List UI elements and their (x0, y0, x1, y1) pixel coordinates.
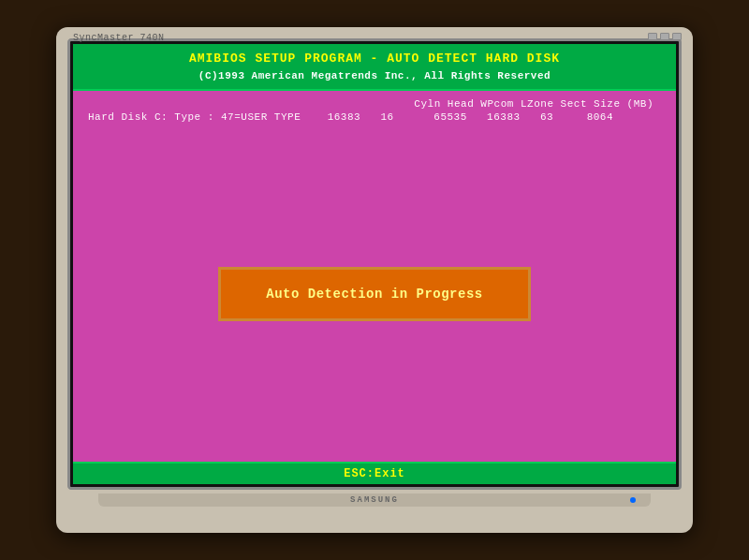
bios-copyright: (C)1993 American Megatrends Inc., All Ri… (77, 68, 672, 84)
column-headers: Cyln Head WPcom LZone Sect Size (MB) (88, 98, 661, 110)
main-content: Cyln Head WPcom LZone Sect Size (MB) Har… (73, 91, 676, 462)
monitor: SyncMaster 740N AMIBIOS SETUP PROGRAM - … (56, 27, 693, 533)
detection-area: Auto Detection in Progress (73, 126, 676, 462)
footer-bar: ESC:Exit (73, 462, 676, 484)
detection-dialog: Auto Detection in Progress (218, 267, 530, 321)
disk-sect: 63 (540, 111, 553, 123)
disk-info-section: Cyln Head WPcom LZone Sect Size (MB) Har… (73, 91, 676, 126)
monitor-bottom: SAMSUNG (98, 494, 651, 507)
monitor-brand-bottom: SAMSUNG (350, 495, 399, 505)
monitor-controls-top (648, 33, 682, 40)
disk-row: Hard Disk C: Type : 47=USER TYPE 16383 1… (88, 111, 661, 123)
disk-wpcom: 65535 (433, 111, 467, 123)
disk-row-label: Hard Disk C: Type : 47=USER TYPE (88, 111, 301, 123)
detection-message: Auto Detection in Progress (266, 287, 482, 302)
monitor-ctrl-3 (672, 33, 682, 40)
disk-size: 8064 (587, 111, 613, 123)
disk-lzone: 16383 (487, 111, 521, 123)
disk-cyln: 16383 (328, 111, 361, 123)
screen-bezel: AMIBIOS SETUP PROGRAM - AUTO DETECT HARD… (67, 38, 682, 490)
header-bar: AMIBIOS SETUP PROGRAM - AUTO DETECT HARD… (73, 44, 676, 91)
screen: AMIBIOS SETUP PROGRAM - AUTO DETECT HARD… (73, 44, 676, 484)
monitor-brand-top: SyncMaster 740N (73, 33, 165, 43)
monitor-led (630, 497, 636, 503)
monitor-ctrl-1 (648, 33, 657, 40)
bios-title: AMIBIOS SETUP PROGRAM - AUTO DETECT HARD… (77, 50, 672, 68)
monitor-ctrl-2 (660, 33, 669, 40)
footer-text: ESC:Exit (344, 467, 405, 480)
disk-head: 16 (380, 111, 393, 123)
